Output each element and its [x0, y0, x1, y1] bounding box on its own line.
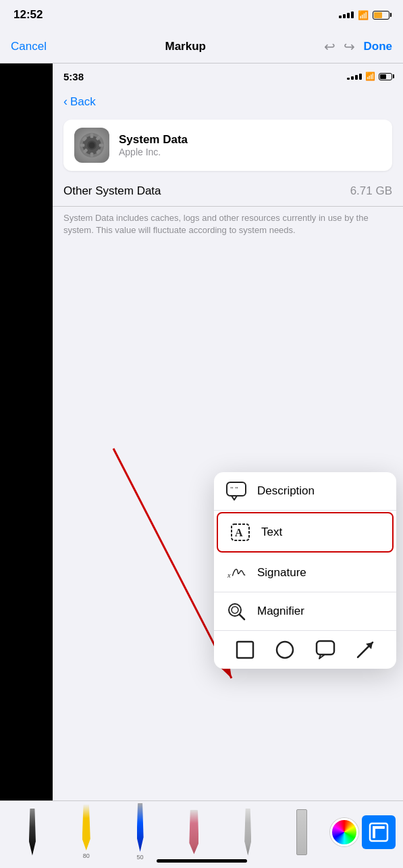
inner-wifi-icon: 📶 [365, 72, 375, 81]
svg-rect-31 [373, 826, 385, 829]
pen-blue-label: 50 [137, 854, 144, 861]
popup-item-description[interactable]: " " Description [214, 472, 396, 511]
svg-point-11 [88, 142, 95, 148]
pen-pink-icon [189, 810, 198, 854]
pen-black-icon [29, 809, 36, 856]
chat-shape-button[interactable] [313, 638, 338, 662]
svg-rect-2 [90, 134, 94, 138]
back-chevron-icon: ‹ [63, 95, 68, 109]
signature-icon: x [226, 563, 246, 583]
tool-pen-pencil[interactable] [222, 809, 273, 861]
gear-svg [79, 132, 105, 158]
storage-row: Other System Data 6.71 GB [53, 176, 403, 207]
black-sidebar-left [0, 63, 53, 800]
tool-pen-yellow[interactable]: 80 [61, 805, 112, 865]
svg-rect-29 [370, 823, 387, 841]
inner-screen: 5:38 📶 ‹ Back [53, 63, 403, 800]
text-label: Text [261, 526, 282, 539]
crop-icon [362, 815, 396, 849]
svg-marker-26 [319, 655, 325, 659]
app-info-card: System Data Apple Inc. [63, 120, 392, 171]
inner-signal-icon [347, 74, 362, 80]
tool-color-wheel[interactable] [330, 818, 358, 852]
popup-menu: " " Description A Text [214, 472, 396, 669]
pen-yellow-label: 80 [83, 852, 90, 859]
svg-point-24 [277, 642, 293, 658]
pen-yellow-icon [82, 805, 90, 850]
shapes-row [214, 631, 396, 669]
tool-pen-black[interactable] [7, 809, 58, 861]
text-box-icon: A [230, 522, 250, 542]
pen-ruler-icon [296, 809, 307, 855]
inner-status-bar: 5:38 📶 [53, 63, 403, 89]
bottom-toolbar: 80 50 [0, 800, 403, 868]
circle-shape-button[interactable] [273, 638, 297, 662]
undo-button[interactable]: ↩ [324, 39, 335, 55]
status-time: 12:52 [14, 8, 43, 22]
magnifier-label: Magnifier [257, 605, 304, 618]
inner-time: 5:38 [63, 71, 84, 82]
tool-pen-pink[interactable] [168, 810, 219, 860]
pen-blue-icon [137, 803, 144, 852]
signature-svg: x [226, 564, 246, 582]
magnifier-icon [226, 601, 246, 621]
magnifier-svg [226, 601, 246, 621]
svg-text:x: x [227, 571, 231, 579]
speech-bubble-icon: " " [226, 482, 246, 501]
pen-pencil-icon [244, 809, 251, 856]
battery-icon [373, 11, 389, 20]
signature-label: Signature [257, 566, 306, 580]
inner-status-icons: 📶 [347, 72, 392, 81]
popup-item-signature[interactable]: x Signature [214, 554, 396, 592]
color-wheel-icon [330, 818, 358, 846]
storage-description: System Data includes caches, logs and ot… [53, 207, 403, 242]
app-icon [74, 128, 109, 163]
text-a-icon: A [230, 523, 250, 542]
svg-rect-4 [80, 144, 85, 147]
cancel-button[interactable]: Cancel [11, 40, 47, 53]
description-icon: " " [226, 481, 246, 501]
popup-item-magnifier[interactable]: Magnifier [214, 592, 396, 631]
svg-point-21 [232, 607, 238, 613]
back-button[interactable]: ‹ Back [53, 89, 403, 114]
home-indicator [157, 859, 247, 863]
back-label: Back [70, 95, 96, 109]
svg-rect-23 [237, 642, 253, 658]
description-label: Description [257, 484, 315, 498]
storage-label: Other System Data [63, 184, 161, 198]
signal-icon [339, 11, 354, 18]
arrow-shape-button[interactable] [353, 638, 377, 662]
screenshot-area: 5:38 📶 ‹ Back [0, 63, 403, 800]
square-shape-button[interactable] [233, 638, 257, 662]
svg-line-22 [240, 615, 244, 619]
markup-title: Markup [165, 40, 205, 53]
status-bar: 12:52 📶 [0, 0, 403, 30]
tool-pen-blue[interactable]: 50 [115, 803, 166, 866]
tool-ruler[interactable] [276, 809, 327, 861]
status-icons: 📶 [339, 10, 389, 20]
app-info: System Data Apple Inc. [119, 133, 188, 157]
storage-value: 6.71 GB [350, 184, 392, 198]
popup-item-text-wrapper: A Text [214, 511, 396, 554]
tool-crop[interactable] [361, 815, 396, 854]
inner-battery-icon [379, 73, 392, 80]
redo-button[interactable]: ↪ [344, 39, 355, 55]
svg-text:A: A [235, 527, 243, 538]
app-name: System Data [119, 133, 188, 147]
app-developer: Apple Inc. [119, 147, 188, 157]
svg-marker-15 [232, 496, 237, 500]
svg-text:"  ": " " [230, 485, 238, 493]
markup-toolbar: Cancel Markup ↩ ↪ Done [0, 30, 403, 63]
markup-actions: ↩ ↪ Done [324, 39, 392, 55]
done-button[interactable]: Done [363, 40, 392, 53]
wifi-icon: 📶 [358, 10, 369, 20]
svg-rect-3 [90, 153, 94, 157]
svg-rect-5 [99, 144, 104, 147]
popup-item-text[interactable]: A Text [217, 512, 394, 553]
svg-rect-25 [317, 641, 334, 655]
